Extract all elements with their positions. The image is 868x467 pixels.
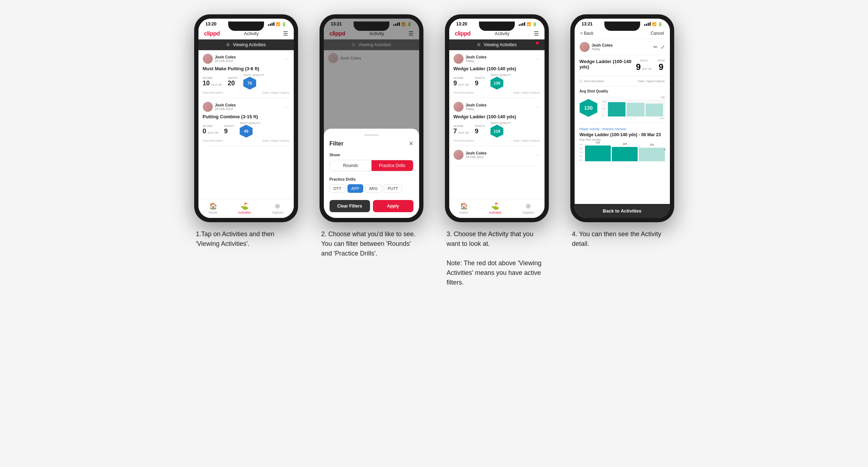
more-dots-3-1[interactable]: ··· [536,56,540,62]
activities-icon-1: ⛳ [240,202,248,210]
apply-button-2[interactable]: Apply [373,200,413,212]
status-icons-3: 📶 🔋 [519,22,537,27]
back-button-4[interactable]: < Back [580,31,594,36]
score-label-1-2: Score [203,124,219,128]
wifi-icon-4: 📶 [652,22,656,26]
nav-capture-label-3: Capture [522,211,534,214]
data-text-3-1: Data: Clippd Capture [513,91,540,94]
step-3-column: 13:20 📶 🔋 clippd Activity ☰ [440,14,554,287]
activity-item-1-1[interactable]: Josh Coles 28 Feb 2023 ··· Must Make Put… [203,50,289,98]
activity-title-3-2: Wedge Ladder (100-140 yds) [454,114,540,119]
user-name-date-3-2: Josh Coles Today [466,103,487,111]
filter-icon-3: ⚙ [477,42,481,47]
viewing-bar-3[interactable]: ⚙ Viewing Activities [449,39,545,50]
divider-4-2 [580,86,665,86]
signal-icon-3 [519,22,525,26]
stat-out-of-3-1: 9 OUT OF [454,80,469,87]
edit-icon-4[interactable]: ✏ [653,44,658,50]
score-block-1-2: Score 0 OUT OF [203,124,219,135]
nav-capture-1[interactable]: ⊕ Capture [272,202,283,214]
filter-close-2[interactable]: ✕ [409,140,413,147]
activity-item-3-1[interactable]: Josh Coles Today ··· Wedge Ladder (100-1… [454,50,540,98]
user-name-date-1-2: Josh Coles 28 Feb 2023 [215,103,236,111]
avatar-3-1 [454,54,464,64]
more-dots-1-1[interactable]: ··· [285,56,289,62]
nav-activities-3[interactable]: ⛳ Activities [489,202,502,214]
nav-activities-label-3: Activities [489,211,502,214]
status-icons-4: 📶 🔋 [644,22,663,27]
session-bar-2: 129 [612,147,638,161]
tag-app-2[interactable]: APP [347,184,363,193]
nav-home-3[interactable]: 🏠 Home [460,202,468,214]
quality-badge-3-1: 130 [490,77,503,90]
score-block-3-1: Score 9 OUT OF [454,76,469,87]
activity-item-3-3[interactable]: Josh Coles 28 Feb 2023 ··· [454,146,540,166]
activities-icon-3: ⛳ [491,202,499,210]
filter-title-2: Filter [330,140,344,147]
chart-container-4: 130 100 50 0 [601,96,665,120]
stats-row-3-2: Score 7 OUT OF Shots 9 [454,121,540,138]
avg-shot-title-4: Avg Shot Quality [580,89,665,93]
info-text-3-1: Test Information [454,91,474,94]
score-block-3-2: Score 7 OUT OF [454,124,469,135]
toggle-rounds-2[interactable]: Rounds [330,160,371,171]
avatar-3-3 [454,150,464,160]
data-text-1-1: Data: Clippd Capture [263,91,289,94]
cancel-button-4[interactable]: Cancel [651,31,664,36]
status-time-1: 13:20 [206,22,217,27]
session-link-text-4[interactable]: Player Activity [580,127,600,131]
page-container: 13:20 📶 🔋 clippd Ac [189,14,680,287]
shots-block-3-1: Shots 9 [475,76,485,87]
viewing-bar-1[interactable]: ⚙ Viewing Activities [198,39,294,50]
user-info-1-1: Josh Coles 28 Feb 2023 [203,54,236,64]
detail-score-label-4: Score [640,59,648,62]
divider-4-1 [580,76,665,76]
more-dots-1-2[interactable]: ··· [285,104,289,110]
tag-putt-2[interactable]: PUTT [384,184,402,193]
score-label-3-1: Score [454,76,469,80]
status-time-3: 13:20 [456,22,467,27]
back-to-activities-button-4[interactable]: Back to Activities [575,204,670,218]
filter-toggle-2: Rounds Practice Drills [330,160,413,171]
tag-arg-2[interactable]: ARG [365,184,382,193]
user-name-3-1: Josh Coles [466,55,487,59]
shots-label-3-1: Shots [475,76,485,80]
shot-quality-block-1-2: Shot Quality 45 [240,121,261,138]
session-subtitle-4: Avg Shot Quality [580,138,665,141]
expand-icon-4[interactable]: ⤢ [661,44,665,50]
activity-footer-3-2: Test Information Data: Clippd Capture [454,139,540,142]
status-time-4: 13:21 [582,22,593,27]
nav-home-1[interactable]: 🏠 Home [209,202,217,214]
session-bar-3: 124 [639,148,665,161]
user-info-3-1: Josh Coles Today [454,54,487,64]
detail-user-date-4: Today [592,47,613,51]
activity-header-3-1: Josh Coles Today ··· [454,54,540,64]
session-chart-4: 1401201008060 132 129 124 [580,143,665,161]
menu-icon-3[interactable]: ☰ [534,30,539,37]
detail-avatar-4 [580,42,590,52]
clear-filters-button-2[interactable]: Clear Filters [330,200,370,212]
phone-notch-2 [354,22,389,31]
more-dots-3-2[interactable]: ··· [536,104,540,110]
shots-value-3-1: 9 [475,80,485,87]
shot-quality-label-1-2: Shot Quality [240,121,261,125]
nav-activities-1[interactable]: ⛳ Activities [238,202,251,214]
session-bar-1: 132 [585,146,611,161]
phone-screen-1: 13:20 📶 🔋 clippd Ac [198,19,294,218]
detail-shots-val-4: 9 [659,62,663,72]
shots-value-3-2: 9 [475,128,485,135]
activity-item-3-2[interactable]: Josh Coles Today ··· Wedge Ladder (100-1… [454,98,540,146]
toggle-practice-2[interactable]: Practice Drills [371,160,413,171]
activity-footer-3-1: Test Information Data: Clippd Capture [454,91,540,94]
score-value-1-1: 10 [203,80,210,87]
tag-ott-2[interactable]: OTT [330,184,345,193]
shots-value-1-2: 9 [224,128,234,135]
activity-item-1-2[interactable]: Josh Coles 28 Feb 2023 ··· Putting Combi… [203,98,289,146]
stats-row-1-1: Score 10 OUT OF Shots 20 [203,73,289,90]
menu-icon-1[interactable]: ☰ [283,30,288,37]
stat-out-of-1-1: 10 OUT OF [203,80,222,87]
avg-shot-badge-4: 130 [580,99,598,117]
stat-out-of-1-2: 0 OUT OF [203,128,219,135]
more-dots-3-3[interactable]: ··· [536,152,540,158]
nav-capture-3[interactable]: ⊕ Capture [522,202,534,214]
